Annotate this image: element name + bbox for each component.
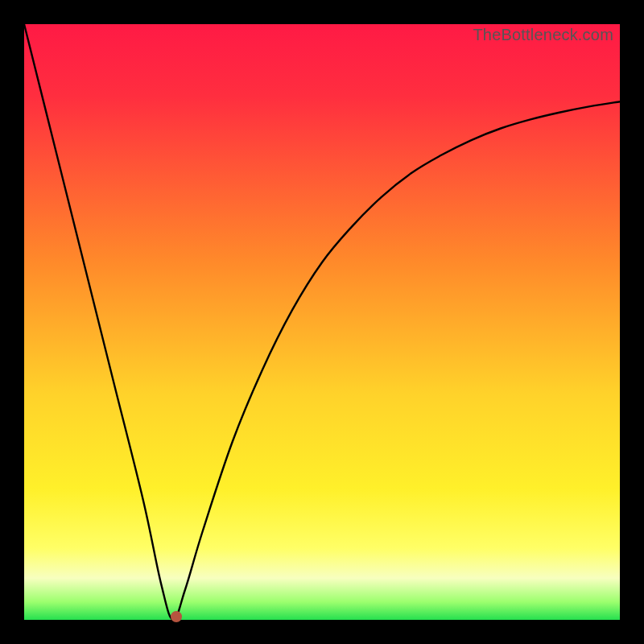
plot-area: TheBottleneck.com <box>24 24 620 620</box>
curve-path <box>24 24 620 620</box>
minimum-marker <box>171 611 182 622</box>
chart-frame: TheBottleneck.com <box>0 0 644 644</box>
bottleneck-curve <box>24 24 620 620</box>
